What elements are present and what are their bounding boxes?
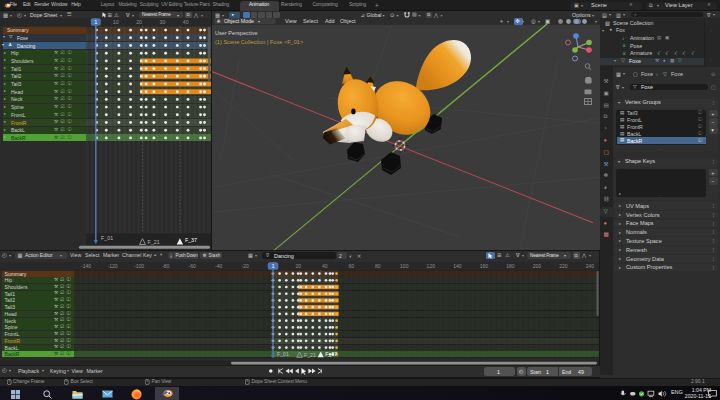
svg-text:F_21: F_21 [304,352,316,358]
svg-text:F_01: F_01 [277,351,289,357]
svg-text:F_37: F_37 [325,351,337,357]
svg-text:1: 1 [271,263,274,269]
